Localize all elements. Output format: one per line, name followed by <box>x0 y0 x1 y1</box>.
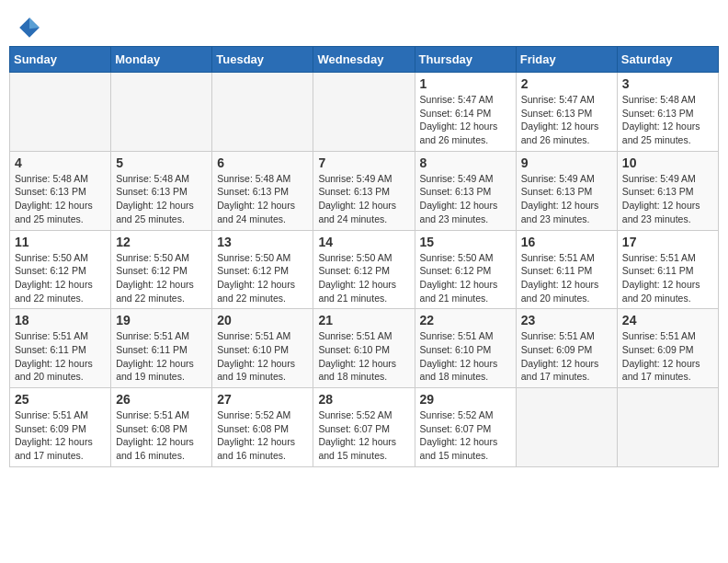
calendar-cell: 11Sunrise: 5:50 AMSunset: 6:12 PMDayligh… <box>10 230 111 309</box>
calendar-cell <box>617 388 718 467</box>
day-number: 16 <box>521 235 612 249</box>
calendar-cell: 4Sunrise: 5:48 AMSunset: 6:13 PMDaylight… <box>10 151 111 230</box>
calendar-cell: 1Sunrise: 5:47 AMSunset: 6:14 PMDaylight… <box>415 73 516 152</box>
calendar-header-monday: Monday <box>111 47 212 73</box>
cell-info: Sunrise: 5:51 AMSunset: 6:11 PMDaylight:… <box>15 329 106 384</box>
calendar-cell: 8Sunrise: 5:49 AMSunset: 6:13 PMDaylight… <box>415 151 516 230</box>
day-number: 4 <box>15 155 106 170</box>
cell-info: Sunrise: 5:51 AMSunset: 6:09 PMDaylight:… <box>15 408 106 463</box>
calendar-cell: 10Sunrise: 5:49 AMSunset: 6:13 PMDayligh… <box>617 151 718 230</box>
cell-info: Sunrise: 5:52 AMSunset: 6:07 PMDaylight:… <box>318 408 409 463</box>
calendar-cell: 13Sunrise: 5:50 AMSunset: 6:12 PMDayligh… <box>212 230 313 309</box>
calendar-cell: 16Sunrise: 5:51 AMSunset: 6:11 PMDayligh… <box>516 230 617 309</box>
day-number: 25 <box>15 392 106 407</box>
logo <box>18 17 44 39</box>
day-number: 23 <box>521 313 612 327</box>
day-number: 9 <box>521 155 612 170</box>
calendar-header-row: SundayMondayTuesdayWednesdayThursdayFrid… <box>10 47 719 73</box>
calendar-cell: 23Sunrise: 5:51 AMSunset: 6:09 PMDayligh… <box>516 309 617 388</box>
calendar-header-sunday: Sunday <box>10 47 111 73</box>
svg-marker-1 <box>29 17 40 29</box>
cell-info: Sunrise: 5:51 AMSunset: 6:10 PMDaylight:… <box>420 329 511 384</box>
calendar-cell: 6Sunrise: 5:48 AMSunset: 6:13 PMDaylight… <box>212 151 313 230</box>
calendar-cell: 7Sunrise: 5:49 AMSunset: 6:13 PMDaylight… <box>313 151 415 230</box>
day-number: 1 <box>420 76 511 91</box>
calendar-cell: 24Sunrise: 5:51 AMSunset: 6:09 PMDayligh… <box>617 309 718 388</box>
day-number: 11 <box>15 235 106 249</box>
calendar-header-friday: Friday <box>516 47 617 73</box>
cell-info: Sunrise: 5:48 AMSunset: 6:13 PMDaylight:… <box>622 93 713 147</box>
calendar-header-thursday: Thursday <box>415 47 516 73</box>
cell-info: Sunrise: 5:51 AMSunset: 6:09 PMDaylight:… <box>521 329 612 384</box>
calendar-cell: 2Sunrise: 5:47 AMSunset: 6:13 PMDaylight… <box>516 73 617 152</box>
calendar-cell <box>516 388 617 467</box>
calendar-cell: 28Sunrise: 5:52 AMSunset: 6:07 PMDayligh… <box>313 388 415 467</box>
calendar-week-row: 4Sunrise: 5:48 AMSunset: 6:13 PMDaylight… <box>10 151 719 230</box>
day-number: 2 <box>521 76 612 91</box>
calendar-cell: 21Sunrise: 5:51 AMSunset: 6:10 PMDayligh… <box>313 309 415 388</box>
cell-info: Sunrise: 5:49 AMSunset: 6:13 PMDaylight:… <box>420 172 511 226</box>
day-number: 13 <box>217 235 308 249</box>
cell-info: Sunrise: 5:48 AMSunset: 6:13 PMDaylight:… <box>217 172 308 226</box>
day-number: 15 <box>420 235 511 249</box>
cell-info: Sunrise: 5:51 AMSunset: 6:10 PMDaylight:… <box>318 329 409 384</box>
cell-info: Sunrise: 5:50 AMSunset: 6:12 PMDaylight:… <box>318 251 409 305</box>
calendar-cell <box>111 73 212 152</box>
day-number: 27 <box>217 392 308 407</box>
day-number: 8 <box>420 155 511 170</box>
header <box>9 9 719 42</box>
calendar-cell: 12Sunrise: 5:50 AMSunset: 6:12 PMDayligh… <box>111 230 212 309</box>
cell-info: Sunrise: 5:50 AMSunset: 6:12 PMDaylight:… <box>15 251 106 305</box>
calendar-cell: 18Sunrise: 5:51 AMSunset: 6:11 PMDayligh… <box>10 309 111 388</box>
day-number: 17 <box>622 235 713 249</box>
cell-info: Sunrise: 5:50 AMSunset: 6:12 PMDaylight:… <box>217 251 308 305</box>
day-number: 12 <box>116 235 207 249</box>
cell-info: Sunrise: 5:50 AMSunset: 6:12 PMDaylight:… <box>420 251 511 305</box>
cell-info: Sunrise: 5:48 AMSunset: 6:13 PMDaylight:… <box>15 172 106 226</box>
calendar-cell: 5Sunrise: 5:48 AMSunset: 6:13 PMDaylight… <box>111 151 212 230</box>
calendar-header-wednesday: Wednesday <box>313 47 415 73</box>
day-number: 14 <box>318 235 409 249</box>
cell-info: Sunrise: 5:51 AMSunset: 6:11 PMDaylight:… <box>116 329 207 384</box>
calendar-header-tuesday: Tuesday <box>212 47 313 73</box>
calendar-cell: 19Sunrise: 5:51 AMSunset: 6:11 PMDayligh… <box>111 309 212 388</box>
calendar-week-row: 1Sunrise: 5:47 AMSunset: 6:14 PMDaylight… <box>10 73 719 152</box>
day-number: 26 <box>116 392 207 407</box>
day-number: 3 <box>622 76 713 91</box>
calendar-cell: 14Sunrise: 5:50 AMSunset: 6:12 PMDayligh… <box>313 230 415 309</box>
day-number: 5 <box>116 155 207 170</box>
cell-info: Sunrise: 5:51 AMSunset: 6:11 PMDaylight:… <box>622 251 713 305</box>
day-number: 24 <box>622 313 713 327</box>
cell-info: Sunrise: 5:47 AMSunset: 6:13 PMDaylight:… <box>521 93 612 147</box>
cell-info: Sunrise: 5:48 AMSunset: 6:13 PMDaylight:… <box>116 172 207 226</box>
day-number: 20 <box>217 313 308 327</box>
cell-info: Sunrise: 5:49 AMSunset: 6:13 PMDaylight:… <box>622 172 713 226</box>
calendar-week-row: 18Sunrise: 5:51 AMSunset: 6:11 PMDayligh… <box>10 309 719 388</box>
day-number: 19 <box>116 313 207 327</box>
day-number: 29 <box>420 392 511 407</box>
cell-info: Sunrise: 5:51 AMSunset: 6:09 PMDaylight:… <box>622 329 713 384</box>
cell-info: Sunrise: 5:47 AMSunset: 6:14 PMDaylight:… <box>420 93 511 147</box>
day-number: 28 <box>318 392 409 407</box>
calendar-week-row: 25Sunrise: 5:51 AMSunset: 6:09 PMDayligh… <box>10 388 719 467</box>
day-number: 7 <box>318 155 409 170</box>
cell-info: Sunrise: 5:52 AMSunset: 6:07 PMDaylight:… <box>420 408 511 463</box>
cell-info: Sunrise: 5:51 AMSunset: 6:10 PMDaylight:… <box>217 329 308 384</box>
cell-info: Sunrise: 5:51 AMSunset: 6:08 PMDaylight:… <box>116 408 207 463</box>
day-number: 22 <box>420 313 511 327</box>
day-number: 6 <box>217 155 308 170</box>
cell-info: Sunrise: 5:52 AMSunset: 6:08 PMDaylight:… <box>217 408 308 463</box>
calendar-cell: 27Sunrise: 5:52 AMSunset: 6:08 PMDayligh… <box>212 388 313 467</box>
calendar-table: SundayMondayTuesdayWednesdayThursdayFrid… <box>9 46 719 467</box>
logo-icon <box>18 17 40 39</box>
calendar-cell <box>212 73 313 152</box>
day-number: 10 <box>622 155 713 170</box>
calendar-week-row: 11Sunrise: 5:50 AMSunset: 6:12 PMDayligh… <box>10 230 719 309</box>
cell-info: Sunrise: 5:49 AMSunset: 6:13 PMDaylight:… <box>521 172 612 226</box>
calendar-cell: 22Sunrise: 5:51 AMSunset: 6:10 PMDayligh… <box>415 309 516 388</box>
calendar-cell: 3Sunrise: 5:48 AMSunset: 6:13 PMDaylight… <box>617 73 718 152</box>
calendar-cell <box>10 73 111 152</box>
cell-info: Sunrise: 5:51 AMSunset: 6:11 PMDaylight:… <box>521 251 612 305</box>
calendar-cell: 26Sunrise: 5:51 AMSunset: 6:08 PMDayligh… <box>111 388 212 467</box>
cell-info: Sunrise: 5:49 AMSunset: 6:13 PMDaylight:… <box>318 172 409 226</box>
